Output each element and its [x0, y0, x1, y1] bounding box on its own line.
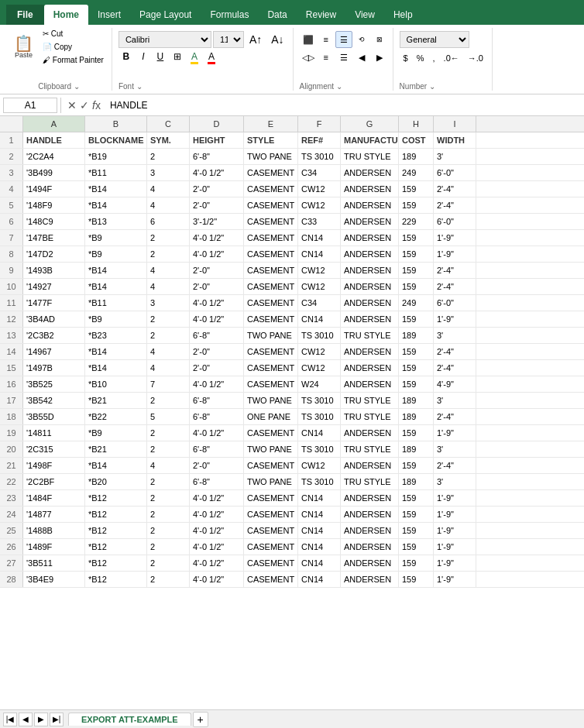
cell[interactable]: 1'-9" [434, 523, 476, 538]
cell[interactable]: 6'-8" [190, 441, 244, 457]
increase-decimal-button[interactable]: →.0 [464, 51, 487, 65]
cell[interactable]: CW12 [298, 197, 341, 213]
formula-confirm-icon[interactable]: ✓ [80, 99, 89, 112]
cell[interactable]: 4'-0 1/2" [190, 311, 244, 327]
cut-button[interactable]: ✂ Cut [40, 28, 107, 39]
cell[interactable]: 4'-0 1/2" [190, 230, 244, 246]
cell[interactable]: CW12 [298, 458, 341, 473]
cell[interactable]: CW12 [298, 263, 341, 278]
cell[interactable]: ANDERSEN [341, 507, 399, 522]
cell[interactable]: CN14 [298, 572, 341, 587]
cell[interactable]: CW12 [298, 279, 341, 294]
sheet-tab-export[interactable]: EXPORT ATT-EXAMPLE [68, 713, 191, 726]
cell[interactable]: 2'-4" [434, 360, 476, 376]
cell[interactable]: 4 [147, 279, 190, 294]
cell[interactable]: *B20 [85, 474, 147, 489]
cell[interactable]: 159 [399, 425, 434, 441]
cell[interactable]: 159 [399, 458, 434, 473]
align-center-button[interactable]: ☰ [335, 31, 352, 48]
currency-button[interactable]: $ [400, 51, 412, 65]
cell[interactable]: '147D2 [23, 246, 85, 262]
cell[interactable]: CN14 [298, 490, 341, 506]
cell[interactable]: '14811 [23, 425, 85, 441]
fill-color-button[interactable]: A [187, 50, 202, 66]
cell[interactable]: 2'-4" [434, 458, 476, 473]
font-size-selector[interactable]: 11 [213, 31, 244, 48]
cell[interactable]: TRU STYLE [341, 393, 399, 408]
cell[interactable]: *B21 [85, 393, 147, 408]
cell[interactable]: 2'-4" [434, 263, 476, 278]
cell[interactable]: 159 [399, 279, 434, 294]
cell[interactable]: CN14 [298, 539, 341, 555]
cell[interactable]: 7 [147, 376, 190, 392]
cell[interactable]: CN14 [298, 507, 341, 522]
cell[interactable]: 6 [147, 214, 190, 229]
cell[interactable]: '1484F [23, 490, 85, 506]
comma-button[interactable]: , [429, 51, 439, 65]
formula-input[interactable] [107, 100, 581, 111]
add-sheet-button[interactable]: + [193, 712, 208, 727]
cell[interactable]: '1493B [23, 263, 85, 278]
cell[interactable]: CASEMENT [244, 507, 298, 522]
cell[interactable]: 159 [399, 181, 434, 197]
wrap-text-button[interactable]: ⟲ [353, 31, 370, 48]
cell[interactable]: CASEMENT [244, 230, 298, 246]
cell[interactable]: CN14 [298, 523, 341, 538]
cell[interactable]: 1'-9" [434, 572, 476, 587]
col-header-f[interactable]: F [298, 116, 341, 132]
cell[interactable]: CN14 [298, 555, 341, 571]
cell[interactable]: 4'-0 1/2" [190, 165, 244, 180]
cell[interactable]: '2C2BF [23, 474, 85, 489]
cell[interactable]: 189 [399, 393, 434, 408]
cell[interactable]: *B14 [85, 458, 147, 473]
cell[interactable]: 2'-0" [190, 181, 244, 197]
paste-button[interactable]: 📋 Paste [11, 34, 36, 60]
cell[interactable]: 189 [399, 474, 434, 489]
cell[interactable]: ANDERSEN [341, 425, 399, 441]
cell[interactable]: 2 [147, 328, 190, 343]
increase-font-button[interactable]: A↑ [246, 32, 266, 47]
cell[interactable]: 249 [399, 295, 434, 311]
cell[interactable]: 1'-9" [434, 230, 476, 246]
align-middle-button[interactable]: ≡ [318, 49, 335, 66]
align-left-button[interactable]: ◁▷ [300, 49, 317, 66]
align-top-center-button[interactable]: ≡ [318, 31, 335, 48]
col-header-b[interactable]: B [85, 116, 147, 132]
cell[interactable]: CASEMENT [244, 246, 298, 262]
cell[interactable]: 3 [147, 295, 190, 311]
cell[interactable]: *B12 [85, 523, 147, 538]
cell[interactable]: 4'-0 1/2" [190, 295, 244, 311]
cell[interactable]: C33 [298, 214, 341, 229]
cell[interactable]: CASEMENT [244, 344, 298, 359]
cell[interactable]: CASEMENT [244, 279, 298, 294]
cell[interactable]: 2'-0" [190, 279, 244, 294]
scroll-prev-button[interactable]: ◀ [19, 713, 33, 726]
cell[interactable]: *B14 [85, 197, 147, 213]
cell[interactable]: 2 [147, 539, 190, 555]
cell[interactable]: 189 [399, 409, 434, 424]
cell[interactable]: *B19 [85, 149, 147, 164]
cell[interactable]: *B12 [85, 572, 147, 587]
cell[interactable]: ANDERSEN [341, 490, 399, 506]
merge-button[interactable]: ⊠ [371, 31, 388, 48]
tab-data[interactable]: Data [258, 5, 296, 25]
cell[interactable]: CASEMENT [244, 360, 298, 376]
cell[interactable]: CW12 [298, 360, 341, 376]
cell[interactable]: 1'-9" [434, 311, 476, 327]
cell[interactable]: 3' [434, 441, 476, 457]
cell[interactable]: ANDERSEN [341, 197, 399, 213]
col-header-a[interactable]: A [23, 116, 85, 132]
header-height[interactable]: HEIGHT [190, 132, 244, 148]
cell[interactable]: TWO PANE [244, 474, 298, 489]
cell[interactable]: ANDERSEN [341, 360, 399, 376]
cell[interactable]: 6'-0" [434, 295, 476, 311]
header-style[interactable]: STYLE [244, 132, 298, 148]
cell[interactable]: '3B55D [23, 409, 85, 424]
cell[interactable]: 2 [147, 425, 190, 441]
cell[interactable]: '1497B [23, 360, 85, 376]
cell[interactable]: CASEMENT [244, 555, 298, 571]
cell[interactable]: 6'-8" [190, 149, 244, 164]
tab-home[interactable]: Home [44, 5, 88, 25]
cell[interactable]: CN14 [298, 246, 341, 262]
col-header-c[interactable]: C [147, 116, 190, 132]
